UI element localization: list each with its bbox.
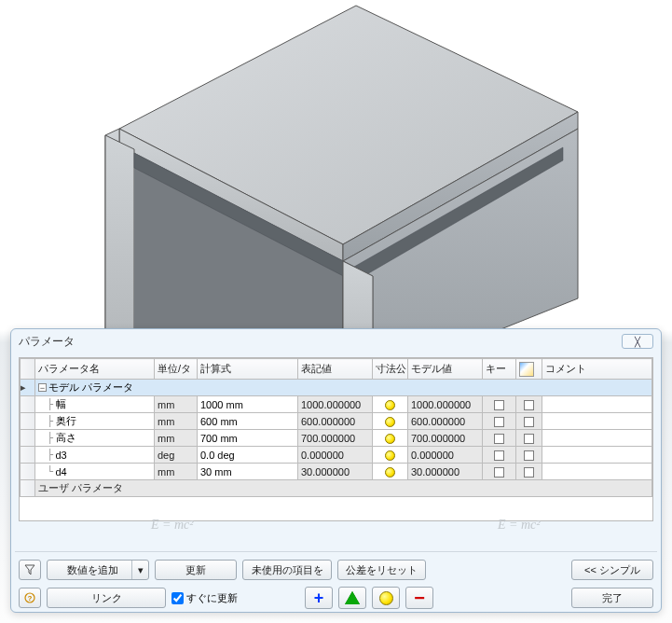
export-checkbox[interactable] [524,450,534,461]
col-equation[interactable]: 計算式 [198,359,298,380]
col-tolerance[interactable]: 寸法公 [373,359,408,380]
table-row[interactable]: ├ 幅 mm 1000 mm 1000.000000 1000.000000 [21,396,652,413]
status-dot-icon[interactable] [385,417,395,427]
simple-button[interactable]: << シンプル [571,560,653,580]
filter-button[interactable] [19,560,41,580]
key-checkbox[interactable] [494,400,504,410]
dialog-titlebar: パラメータ ╳ [11,329,661,353]
svg-text:?: ? [28,594,33,602]
help-button[interactable]: ? [19,588,41,608]
update-button[interactable]: 更新 [155,560,237,580]
status-dot-icon[interactable] [385,467,395,478]
table-row[interactable]: ├ d3 deg 0.0 deg 0.000000 0.000000 [21,447,652,464]
add-row-button[interactable]: + [305,587,333,609]
export-checkbox[interactable] [524,417,534,427]
auto-update-checkbox[interactable]: すぐに更新 [171,591,238,605]
status-dot-icon[interactable] [385,400,395,410]
parameters-grid[interactable]: パラメータ名 単位/タ 計算式 表記値 寸法公 モデル値 キー コメント ▸ [19,357,653,521]
status-dot-icon[interactable] [385,450,395,461]
svg-marker-5 [105,135,134,354]
export-checkbox[interactable] [524,400,534,410]
model-3d-view [0,0,672,382]
group-user-parameters[interactable]: ユーザ パラメータ [21,480,652,497]
status-button[interactable] [372,587,400,609]
grid-header-row: パラメータ名 単位/タ 計算式 表記値 寸法公 モデル値 キー コメント [21,359,652,380]
link-button[interactable]: リンク [47,588,166,608]
col-unit[interactable]: 単位/タ [155,359,198,380]
funnel-icon [24,564,35,575]
done-button[interactable]: 完了 [571,588,653,608]
key-checkbox[interactable] [494,417,504,427]
key-checkbox[interactable] [494,467,504,478]
col-name[interactable]: パラメータ名 [35,359,155,380]
col-comment[interactable]: コメント [542,359,652,380]
clear-unused-button[interactable]: 未使用の項目を [242,560,332,580]
table-row[interactable]: ├ 奥行 mm 600 mm 600.000000 600.000000 [21,413,652,430]
col-export[interactable] [516,359,542,380]
status-dot-icon[interactable] [385,434,395,444]
add-numeric-button[interactable]: 数値を追加 ▾ [47,560,149,580]
col-key[interactable]: キー [483,359,516,380]
tree-collapse-icon[interactable]: − [38,383,47,392]
dialog-title: パラメータ [19,334,622,350]
export-icon [519,362,534,377]
delete-row-button[interactable]: − [405,587,433,609]
circle-icon [379,591,393,605]
parameters-dialog: パラメータ ╳ パラメータ名 単位/タ 計算式 表記値 寸法公 [10,328,662,613]
group-model-parameters[interactable]: ▸ −モデル パラメータ [21,380,652,396]
dropdown-arrow-icon[interactable]: ▾ [131,561,148,579]
col-model-value[interactable]: モデル値 [408,359,483,380]
table-row[interactable]: └ d4 mm 30 mm 30.000000 30.000000 [21,464,652,480]
export-checkbox[interactable] [524,434,534,444]
triangle-up-icon [345,591,360,604]
export-checkbox[interactable] [524,467,534,478]
table-row[interactable]: ├ 高さ mm 700 mm 700.000000 700.000000 [21,430,652,447]
reset-tolerance-button[interactable]: 公差をリセット [337,560,426,580]
key-checkbox[interactable] [494,450,504,461]
key-checkbox[interactable] [494,434,504,444]
dialog-close-button[interactable]: ╳ [622,334,653,349]
col-nominal[interactable]: 表記値 [298,359,373,380]
help-icon: ? [24,592,35,603]
promote-button[interactable] [338,587,366,609]
